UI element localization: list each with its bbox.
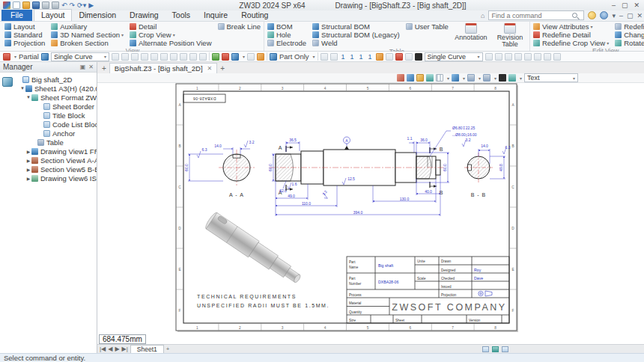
tree-item-section-view4[interactable]: ▶Section View4 A-A <box>15 156 97 165</box>
corner-tool-icon[interactable] <box>199 53 207 61</box>
expand-arrow-icon[interactable]: ▼ <box>19 86 25 90</box>
ribbon-item-user-table[interactable]: User Table <box>406 22 449 31</box>
new-tab-icon[interactable]: + <box>99 64 109 73</box>
doc-close-button[interactable]: ✕ <box>637 12 643 19</box>
expand-arrow-icon[interactable]: ▶ <box>25 158 31 163</box>
grid-icon[interactable] <box>436 74 443 82</box>
target-icon[interactable] <box>231 53 239 61</box>
trim-tool-icon[interactable] <box>514 53 522 61</box>
cloud-icon[interactable] <box>508 74 516 82</box>
open-file-icon[interactable] <box>22 1 30 9</box>
tree-item-sheet-border[interactable]: Sheet Border <box>15 102 97 111</box>
dropdown-arrow-icon[interactable]: ▾ <box>243 54 245 59</box>
ribbon-item-change[interactable]: Change <box>615 31 644 39</box>
sheet-tab-sheet1[interactable]: Sheet1 <box>130 345 164 353</box>
circle-tool-icon[interactable] <box>160 53 168 61</box>
exit-view-icon[interactable] <box>397 74 404 82</box>
measure-icon[interactable] <box>426 74 434 82</box>
clock-icon[interactable] <box>405 53 413 61</box>
wave-tool-icon[interactable] <box>189 53 197 61</box>
maximize-button[interactable]: ▢ <box>622 1 628 9</box>
boundary-pick-icon[interactable] <box>121 53 129 61</box>
tree-item-drawing-view1[interactable]: ▶Drawing View1 FRONT <box>15 147 97 156</box>
tree-item-title-block[interactable]: Title Block <box>15 111 97 120</box>
tab-drawing[interactable]: Drawing <box>123 10 165 21</box>
flag-icon[interactable] <box>257 53 264 61</box>
tree-item-table[interactable]: Table <box>15 138 97 147</box>
expand-arrow-icon[interactable]: ▶ <box>25 176 31 181</box>
expand-arrow-icon[interactable]: ▶ <box>25 167 31 172</box>
first-sheet-icon[interactable]: |◀ <box>100 346 106 352</box>
ribbon-item-broken-section[interactable]: Broken Section <box>51 39 124 47</box>
tree-item-sheet1[interactable]: ▼Sheet1 A3(H) (420.00 x 297.00 mm) <box>15 84 97 93</box>
ribbon-item-electrode[interactable]: Electrode <box>267 39 306 47</box>
dropdown-arrow-icon[interactable]: ▾ <box>121 32 124 37</box>
partial-label[interactable]: Partial <box>19 52 39 61</box>
drawing-canvas[interactable]: 12345678 12345678 ABCDEF ABCDEF DXBA28-0… <box>97 83 644 344</box>
add-filter-icon[interactable] <box>212 53 219 61</box>
expand-arrow-icon[interactable]: ▶ <box>25 149 31 154</box>
prev-sheet-icon[interactable]: ◀ <box>108 346 112 352</box>
dropdown-arrow-icon[interactable]: ▾ <box>313 54 315 59</box>
refresh-icon[interactable]: ⟳▾ <box>77 1 86 9</box>
ribbon-item-auxiliary[interactable]: Auxiliary <box>51 22 124 31</box>
line-width-4[interactable]: 1 <box>367 53 374 61</box>
arrow-tool-icon[interactable] <box>485 53 493 61</box>
ribbon-item-projection[interactable]: Projection <box>4 39 45 47</box>
dropdown-arrow-icon[interactable]: ▾ <box>447 76 449 81</box>
dropdown-arrow-icon[interactable]: ▾ <box>463 76 465 81</box>
part-only-icon[interactable] <box>270 53 277 61</box>
line-tool-icon[interactable] <box>141 53 148 61</box>
ribbon-item-alternate-position[interactable]: Alternate Position View <box>130 39 212 47</box>
arc-tool-icon[interactable] <box>170 53 177 61</box>
ribbon-item-3d-named-section[interactable]: 3D Named Section▾ <box>51 31 124 39</box>
ring-icon[interactable] <box>247 53 255 61</box>
ribbon-item-structural-bom[interactable]: Structural BOM <box>312 22 400 31</box>
minimize-button[interactable]: – <box>612 1 616 9</box>
ribbon-item-weld[interactable]: Weld <box>312 39 400 47</box>
pin-icon[interactable]: ▣ <box>80 64 86 70</box>
book-icon[interactable] <box>395 53 403 61</box>
tab-layout[interactable]: Layout <box>34 9 73 21</box>
ribbon-item-standard[interactable]: Standard <box>4 31 45 39</box>
tree-item-section-view5[interactable]: ▶Section View5 B-B <box>15 165 97 174</box>
ribbon-item-layout[interactable]: Layout <box>4 22 45 31</box>
dropdown-arrow-icon[interactable]: ▾ <box>14 54 16 59</box>
home-icon[interactable]: ⌂ <box>481 12 484 19</box>
part-only-label[interactable]: Part Only <box>279 52 309 61</box>
remove-filter-icon[interactable] <box>222 53 229 61</box>
distribute-icon[interactable] <box>330 53 338 61</box>
tab-dimension[interactable]: Dimension <box>72 10 123 21</box>
tree-item-code-list-block[interactable]: Code List Block <box>15 120 97 129</box>
dropdown-arrow-icon[interactable]: ▾ <box>520 76 522 81</box>
add-sheet-button[interactable]: + <box>166 346 170 352</box>
history-manager-icon[interactable] <box>2 77 13 87</box>
line-style-dropdown[interactable]: Single Curve▾ <box>425 52 483 61</box>
redo-icon[interactable]: ↷ <box>70 1 76 9</box>
line-width-2[interactable]: 1 <box>349 53 356 61</box>
sheet-icon[interactable] <box>386 53 393 61</box>
print-icon[interactable] <box>42 1 49 9</box>
ribbon-item-detail[interactable]: Detail <box>130 22 212 31</box>
line-width-3[interactable]: 1 <box>358 53 365 61</box>
undo-icon[interactable]: ↶ <box>61 1 67 9</box>
tab-close-icon[interactable]: ✕ <box>207 65 213 72</box>
ribbon-item-structural-bom-legacy[interactable]: Structural BOM (Legacy) <box>312 31 400 39</box>
node-tool-icon[interactable] <box>505 53 512 61</box>
find-command-box[interactable] <box>488 10 584 20</box>
expand-arrow-icon[interactable]: ▼ <box>25 95 31 99</box>
tab-inquire[interactable]: Inquire <box>197 10 234 21</box>
text-style-dropdown[interactable]: Text▾ <box>524 73 578 82</box>
manager-close-icon[interactable]: ✕ <box>88 64 94 70</box>
ribbon-item-view-attributes[interactable]: View Attributes▾ <box>533 22 609 31</box>
user-dropdown-icon[interactable]: ▾ <box>612 12 616 19</box>
new-file-icon[interactable] <box>13 1 20 9</box>
next-sheet-icon[interactable]: ▶ <box>115 346 119 352</box>
align-icon[interactable] <box>321 53 328 61</box>
dropdown-arrow-icon[interactable]: ▾ <box>494 76 496 81</box>
line-width-1[interactable]: 1 <box>340 53 347 61</box>
spline-tool-icon[interactable] <box>180 53 187 61</box>
dropdown-arrow-icon[interactable]: ▾ <box>607 40 609 46</box>
ribbon-item-annotation[interactable]: Annotation <box>455 22 487 48</box>
doc-minimize-button[interactable]: – <box>619 12 623 19</box>
